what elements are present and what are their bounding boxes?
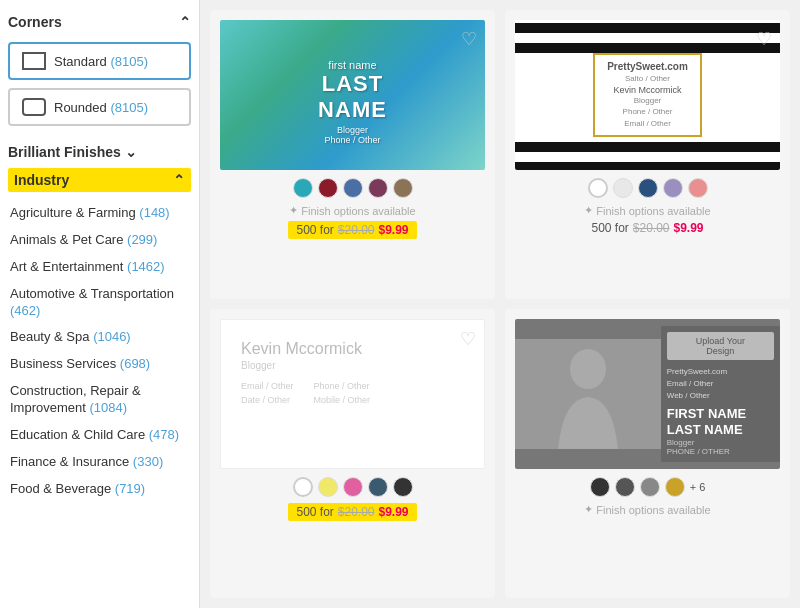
card3-col2: Phone / OtherMobile / Other <box>314 379 371 408</box>
swatch[interactable] <box>665 477 685 497</box>
rounded-corner-option[interactable]: Rounded (8105) <box>8 88 191 126</box>
list-item[interactable]: Finance & Insurance (330) <box>8 449 191 476</box>
brilliant-finishes-header[interactable]: Brilliant Finishes ⌄ <box>8 134 191 168</box>
card4-bigname: FIRST NAMELAST NAME <box>667 406 774 437</box>
swatch[interactable] <box>663 178 683 198</box>
list-item[interactable]: Animals & Pet Care (299) <box>8 227 191 254</box>
list-item[interactable]: Business Services (698) <box>8 351 191 378</box>
favorite-icon-3[interactable]: ♡ <box>460 328 476 350</box>
product-card-3: ♡ Kevin Mccormick Blogger Email / OtherD… <box>210 309 495 598</box>
rounded-corner-label: Rounded (8105) <box>54 100 148 115</box>
card2-subtitle: Salto / Other <box>607 74 688 83</box>
color-swatches-4: + 6 <box>590 477 706 497</box>
sparkle-icon: ✦ <box>289 204 298 217</box>
color-swatches-2 <box>588 178 708 198</box>
product-card-2: ♡ PrettySweet.com Salto / Other Kevin Mc… <box>505 10 790 299</box>
sidebar: Corners ⌃ Standard (8105) Rounded (8105)… <box>0 0 200 608</box>
person-silhouette <box>548 339 628 449</box>
list-item[interactable]: Education & Child Care (478) <box>8 422 191 449</box>
standard-corner-label: Standard (8105) <box>54 54 148 69</box>
card3-name: Kevin Mccormick <box>241 340 464 358</box>
card4-photo <box>515 339 661 449</box>
stripe-bottom <box>515 137 780 170</box>
corners-header[interactable]: Corners ⌃ <box>8 10 191 34</box>
industry-label: Industry <box>14 172 69 188</box>
swatch[interactable] <box>638 178 658 198</box>
color-swatches-3 <box>293 477 413 497</box>
chevron-up-icon: ⌃ <box>179 14 191 30</box>
list-item[interactable]: Automotive & Transportation (462) <box>8 281 191 325</box>
card4-image: Upload YourDesign PrettySweet.com Email … <box>515 319 780 469</box>
swatch[interactable] <box>368 178 388 198</box>
card4-right: Upload YourDesign PrettySweet.com Email … <box>661 326 780 461</box>
card2-details: BloggerPhone / OtherEmail / Other <box>607 95 688 129</box>
chevron-up-icon-industry: ⌃ <box>173 172 185 188</box>
swatch[interactable] <box>393 178 413 198</box>
upload-button[interactable]: Upload YourDesign <box>667 332 774 360</box>
card2-center: PrettySweet.com Salto / Other Kevin Mcco… <box>593 53 702 137</box>
list-item[interactable]: Agriculture & Farming (148) <box>8 200 191 227</box>
product-card-4: Upload YourDesign PrettySweet.com Email … <box>505 309 790 598</box>
card3-col1: Email / OtherDate / Other <box>241 379 294 408</box>
color-swatches-1 <box>293 178 413 198</box>
swatch[interactable] <box>640 477 660 497</box>
finish-label-4: ✦ Finish options available <box>584 503 710 516</box>
card1-firstname: first name <box>286 59 419 71</box>
card3-image: ♡ Kevin Mccormick Blogger Email / OtherD… <box>220 319 485 469</box>
price-row-1: 500 for $20.00 $9.99 <box>288 221 416 239</box>
finish-label-1: ✦ Finish options available <box>289 204 415 217</box>
chevron-down-icon: ⌄ <box>125 144 137 160</box>
rounded-corner-icon <box>22 98 46 116</box>
swatch[interactable] <box>343 178 363 198</box>
plus-badge: + 6 <box>690 477 706 497</box>
swatch[interactable] <box>393 477 413 497</box>
favorite-icon-1[interactable]: ♡ <box>461 28 477 50</box>
card3-title: Blogger <box>241 360 464 371</box>
price-row-2: 500 for $20.00 $9.99 <box>591 221 703 235</box>
brilliant-finishes-label: Brilliant Finishes <box>8 144 121 160</box>
swatch[interactable] <box>293 178 313 198</box>
card1-lastname: LAST NAME <box>286 71 419 123</box>
card3-details: Email / OtherDate / Other Phone / OtherM… <box>241 379 464 408</box>
list-item[interactable]: Construction, Repair & Improvement (1084… <box>8 378 191 422</box>
card1-text: first name LAST NAME BloggerPhone / Othe… <box>286 59 419 145</box>
card4-contact: Email / OtherWeb / Other <box>667 378 774 402</box>
swatch[interactable] <box>368 477 388 497</box>
card2-box: PrettySweet.com Salto / Other Kevin Mcco… <box>593 53 702 137</box>
standard-corner-option[interactable]: Standard (8105) <box>8 42 191 80</box>
swatch[interactable] <box>343 477 363 497</box>
product-grid: ♡ first name LAST NAME BloggerPhone / Ot… <box>200 0 800 608</box>
card3-content: Kevin Mccormick Blogger Email / OtherDat… <box>221 320 484 428</box>
swatch[interactable] <box>613 178 633 198</box>
card2-image: ♡ PrettySweet.com Salto / Other Kevin Mc… <box>515 20 780 170</box>
corners-label: Corners <box>8 14 62 30</box>
list-item[interactable]: Beauty & Spa (1046) <box>8 324 191 351</box>
finish-label-2: ✦ Finish options available <box>584 204 710 217</box>
price-row-3: 500 for $20.00 $9.99 <box>288 503 416 521</box>
card2-site: PrettySweet.com <box>607 61 688 72</box>
swatch[interactable] <box>615 477 635 497</box>
industry-header[interactable]: Industry ⌃ <box>8 168 191 192</box>
card4-role: BloggerPHONE / OTHER <box>667 438 774 456</box>
industry-list: Agriculture & Farming (148) Animals & Pe… <box>8 200 191 503</box>
card2-name: Kevin Mccormick <box>607 85 688 95</box>
sparkle-icon-4: ✦ <box>584 503 593 516</box>
card4-site: PrettySweet.com <box>667 366 774 378</box>
favorite-icon-2[interactable]: ♡ <box>756 28 772 50</box>
standard-corner-icon <box>22 52 46 70</box>
card1-image: ♡ first name LAST NAME BloggerPhone / Ot… <box>220 20 485 170</box>
swatch[interactable] <box>318 477 338 497</box>
list-item[interactable]: Art & Entertainment (1462) <box>8 254 191 281</box>
list-item[interactable]: Food & Beverage (719) <box>8 476 191 503</box>
card1-subtitle: BloggerPhone / Other <box>286 125 419 145</box>
stripe-top <box>515 20 780 53</box>
sparkle-icon-2: ✦ <box>584 204 593 217</box>
product-card-1: ♡ first name LAST NAME BloggerPhone / Ot… <box>210 10 495 299</box>
swatch[interactable] <box>688 178 708 198</box>
swatch[interactable] <box>588 178 608 198</box>
svg-point-0 <box>570 349 606 389</box>
swatch[interactable] <box>318 178 338 198</box>
swatch[interactable] <box>293 477 313 497</box>
swatch[interactable] <box>590 477 610 497</box>
